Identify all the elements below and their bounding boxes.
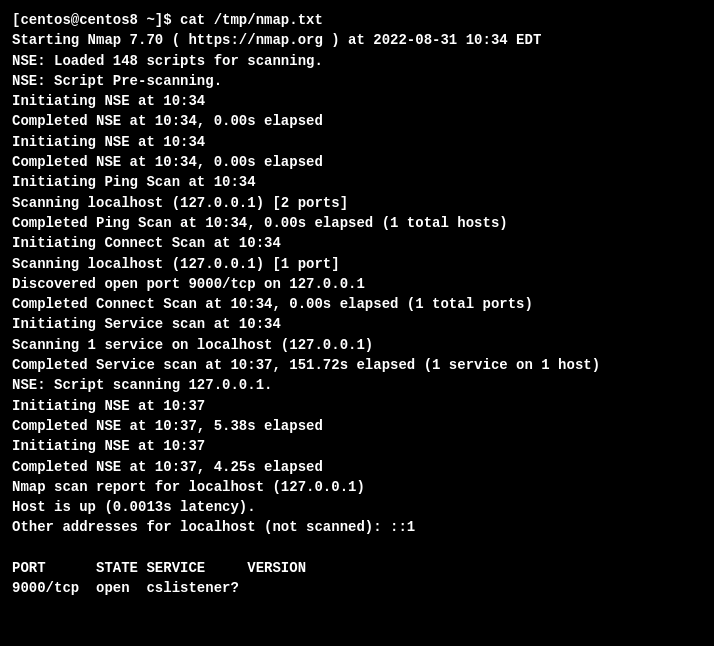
output-line-21: Initiating NSE at 10:37	[12, 436, 702, 456]
command-prompt: [centos@centos8 ~]$ cat /tmp/nmap.txt	[12, 10, 702, 30]
output-line-4: Initiating NSE at 10:34	[12, 91, 702, 111]
output-line-12: Scanning localhost (127.0.0.1) [1 port]	[12, 254, 702, 274]
output-line-13: Discovered open port 9000/tcp on 127.0.0…	[12, 274, 702, 294]
output-line-22: Completed NSE at 10:37, 4.25s elapsed	[12, 457, 702, 477]
table-header-line: PORT STATE SERVICE VERSION	[12, 558, 702, 578]
blank-line	[12, 538, 702, 558]
port-result-line: 9000/tcp open cslistener?	[12, 578, 702, 598]
output-line-8: Initiating Ping Scan at 10:34	[12, 172, 702, 192]
terminal-window: [centos@centos8 ~]$ cat /tmp/nmap.txt St…	[0, 0, 714, 646]
output-line-24: Host is up (0.0013s latency).	[12, 497, 702, 517]
output-line-5: Completed NSE at 10:34, 0.00s elapsed	[12, 111, 702, 131]
output-line-14: Completed Connect Scan at 10:34, 0.00s e…	[12, 294, 702, 314]
output-line-23: Nmap scan report for localhost (127.0.0.…	[12, 477, 702, 497]
output-line-2: NSE: Loaded 148 scripts for scanning.	[12, 51, 702, 71]
output-line-6: Initiating NSE at 10:34	[12, 132, 702, 152]
output-line-19: Initiating NSE at 10:37	[12, 396, 702, 416]
output-line-17: Completed Service scan at 10:37, 151.72s…	[12, 355, 702, 375]
output-line-3: NSE: Script Pre-scanning.	[12, 71, 702, 91]
output-line-25: Other addresses for localhost (not scann…	[12, 517, 702, 537]
output-line-16: Scanning 1 service on localhost (127.0.0…	[12, 335, 702, 355]
output-line-1: Starting Nmap 7.70 ( https://nmap.org ) …	[12, 30, 702, 50]
output-line-15: Initiating Service scan at 10:34	[12, 314, 702, 334]
output-line-11: Initiating Connect Scan at 10:34	[12, 233, 702, 253]
output-line-18: NSE: Script scanning 127.0.0.1.	[12, 375, 702, 395]
output-line-20: Completed NSE at 10:37, 5.38s elapsed	[12, 416, 702, 436]
output-line-9: Scanning localhost (127.0.0.1) [2 ports]	[12, 193, 702, 213]
output-line-10: Completed Ping Scan at 10:34, 0.00s elap…	[12, 213, 702, 233]
output-line-7: Completed NSE at 10:34, 0.00s elapsed	[12, 152, 702, 172]
